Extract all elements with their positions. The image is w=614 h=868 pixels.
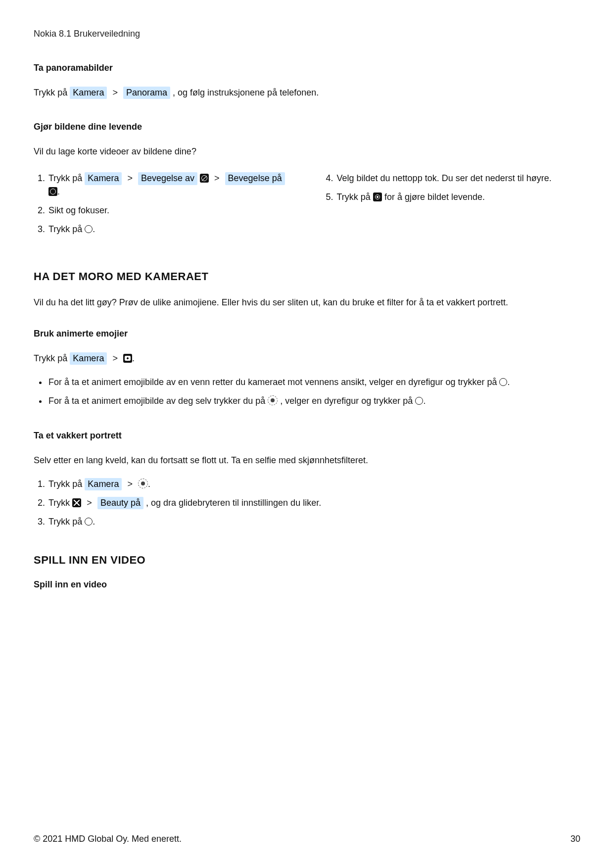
switch-camera-icon xyxy=(138,479,148,488)
portrait-steps: Trykk på Kamera > . Trykk > Beauty på , … xyxy=(34,478,580,529)
chip-kamera: Kamera xyxy=(85,478,122,490)
chip-kamera: Kamera xyxy=(70,352,107,365)
motion-on-icon xyxy=(48,187,57,196)
step-3: Trykk på . xyxy=(47,223,292,236)
portrait-intro: Selv etter en lang kveld, kan du fortsat… xyxy=(34,454,580,467)
p-step-1: Trykk på Kamera > . xyxy=(47,478,580,490)
chip-kamera: Kamera xyxy=(70,87,107,99)
copyright: © 2021 HMD Global Oy. Med enerett. xyxy=(34,834,182,844)
motion-off-icon xyxy=(200,174,209,183)
page-number: 30 xyxy=(570,834,580,844)
subheading-video: Spill inn en video xyxy=(34,579,580,590)
section-portrait: Ta et vakkert portrett Selv etter en lan… xyxy=(34,431,580,529)
beauty-off-icon xyxy=(72,498,81,507)
heading-fun: HA DET MORO MED KAMERAET xyxy=(34,270,580,283)
section-live: Gjør bildene dine levende Vil du lage ko… xyxy=(34,122,580,244)
emoji-mode-icon xyxy=(123,354,132,363)
bullet-1: For å ta et animert emojibilde av en ven… xyxy=(47,376,580,388)
chip-panorama: Panorama xyxy=(123,87,170,99)
chip-bevegelse-av: Bevegelse av xyxy=(138,172,197,185)
section-emoji: Bruk animerte emojier Trykk på Kamera > … xyxy=(34,329,580,407)
steps-left: Trykk på Kamera > Bevegelse av > Bevegel… xyxy=(34,172,292,236)
switch-camera-icon xyxy=(268,395,278,405)
step-4: Velg bildet du nettopp tok. Du ser det n… xyxy=(336,172,581,185)
heading-portrait: Ta et vakkert portrett xyxy=(34,431,580,441)
shutter-icon xyxy=(415,397,423,405)
shutter-icon xyxy=(85,225,93,233)
emoji-intro: Trykk på Kamera > . xyxy=(34,352,580,365)
page: Nokia 8.1 Brukerveiledning Ta panoramabi… xyxy=(0,0,614,868)
step-2: Sikt og fokuser. xyxy=(47,204,292,217)
steps-right: Velg bildet du nettopp tok. Du ser det n… xyxy=(322,172,581,203)
panorama-text: Trykk på Kamera > Panorama , og følg ins… xyxy=(34,86,580,99)
heading-video: SPILL INN EN VIDEO xyxy=(34,554,580,567)
fun-intro: Vil du ha det litt gøy? Prøv de ulike an… xyxy=(34,296,580,309)
heading-live: Gjør bildene dine levende xyxy=(34,122,580,132)
section-panorama: Ta panoramabilder Trykk på Kamera > Pano… xyxy=(34,63,580,99)
live-intro: Vil du lage korte videoer av bildene din… xyxy=(34,145,580,158)
p-step-2: Trykk > Beauty på , og dra glidebryteren… xyxy=(47,496,580,509)
shutter-icon xyxy=(85,518,93,526)
chip-beauty-paa: Beauty på xyxy=(97,497,143,509)
chip-bevegelse-paa: Bevegelse på xyxy=(225,172,285,185)
p-step-3: Trykk på . xyxy=(47,515,580,528)
two-column-steps: Trykk på Kamera > Bevegelse av > Bevegel… xyxy=(34,169,580,244)
chip-kamera: Kamera xyxy=(85,172,122,185)
step-5: Trykk på for å gjøre bildet levende. xyxy=(336,191,581,203)
emoji-bullets: For å ta et animert emojibilde av en ven… xyxy=(34,376,580,407)
step-1: Trykk på Kamera > Bevegelse av > Bevegel… xyxy=(47,172,292,197)
heading-emoji: Bruk animerte emojier xyxy=(34,329,580,339)
heading-panorama: Ta panoramabilder xyxy=(34,63,580,73)
footer: © 2021 HMD Global Oy. Med enerett. 30 xyxy=(34,834,580,844)
doc-title: Nokia 8.1 Brukerveiledning xyxy=(34,29,580,39)
bullet-2: For å ta et animert emojibilde av deg se… xyxy=(47,394,580,407)
shutter-icon xyxy=(499,378,507,386)
live-play-icon xyxy=(373,193,382,201)
